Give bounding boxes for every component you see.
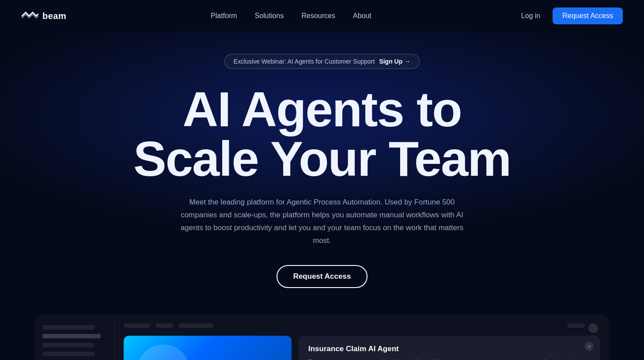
nav-link-solutions[interactable]: Solutions [255, 12, 284, 19]
logo-mark [21, 11, 39, 21]
top-right-pill [567, 323, 585, 328]
hero-section: Exclusive Webinar: AI Agents for Custome… [0, 32, 644, 315]
nav-item-platform[interactable]: Platform [211, 12, 237, 20]
demo-image-card [124, 336, 292, 360]
demo-top-bar [124, 323, 600, 328]
sidebar-placeholder-3 [42, 352, 95, 356]
nav-item-resources[interactable]: Resources [302, 12, 335, 20]
webinar-signup-link[interactable]: Sign Up → [379, 58, 410, 65]
navigation: beam Platform Solutions Resources About … [0, 0, 644, 32]
nav-link-about[interactable]: About [353, 12, 371, 19]
hero-subtitle: Meet the leading platform for Agentic Pr… [176, 196, 468, 247]
login-button[interactable]: Log in [516, 8, 546, 23]
nav-link-platform[interactable]: Platform [211, 12, 237, 19]
sidebar-placeholder-active [42, 334, 101, 338]
demo-main: × Insurance Claim AI Agent The agent ext… [115, 315, 609, 360]
nav-link-resources[interactable]: Resources [302, 12, 335, 19]
nav-item-about[interactable]: About [353, 12, 371, 20]
nav-actions: Log in Request Access [516, 8, 623, 24]
top-bar-pill-3 [178, 323, 214, 328]
demo-card-area: × Insurance Claim AI Agent The agent ext… [124, 336, 600, 360]
sidebar-placeholder-1 [42, 325, 95, 330]
demo-info-card: × Insurance Claim AI Agent The agent ext… [299, 336, 600, 360]
top-right-circle [588, 323, 598, 333]
top-bar-pill-1 [124, 323, 150, 328]
top-bar-pill-2 [155, 323, 173, 328]
demo-section: × Insurance Claim AI Agent The agent ext… [35, 315, 609, 360]
demo-card-description: The agent extracts and categorizes claim… [308, 358, 590, 360]
demo-sidebar [35, 315, 115, 360]
hero-cta-button[interactable]: Request Access [277, 265, 368, 288]
demo-card-title: Insurance Claim AI Agent [308, 345, 590, 353]
logo[interactable]: beam [21, 11, 66, 21]
webinar-banner: Exclusive Webinar: AI Agents for Custome… [224, 54, 420, 69]
request-access-button-nav[interactable]: Request Access [553, 8, 623, 24]
hero-title: AI Agents to Scale Your Team [133, 85, 511, 184]
demo-close-button[interactable]: × [585, 342, 594, 351]
sidebar-placeholder-2 [42, 343, 95, 347]
webinar-text: Exclusive Webinar: AI Agents for Custome… [234, 58, 375, 65]
demo-top-right-area [567, 323, 598, 333]
nav-links: Platform Solutions Resources About [211, 12, 371, 20]
nav-item-solutions[interactable]: Solutions [255, 12, 284, 20]
logo-text: beam [42, 11, 66, 21]
